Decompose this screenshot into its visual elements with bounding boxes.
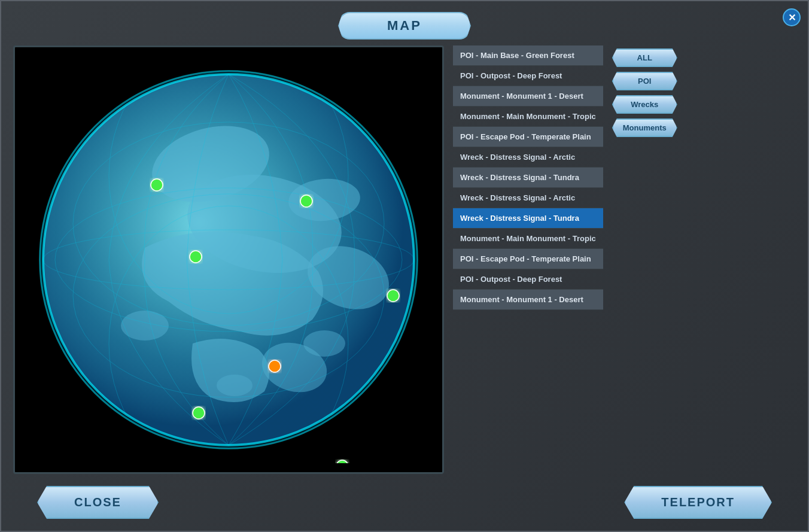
filter-btn-all[interactable]: ALL xyxy=(612,48,677,67)
svg-point-9 xyxy=(303,330,345,357)
list-item[interactable]: POI - Main Base - Green Forest xyxy=(453,45,603,66)
list-item[interactable]: Monument - Monument 1 - Desert xyxy=(453,86,603,107)
filter-btn-poi[interactable]: POI xyxy=(612,72,677,90)
svg-point-10 xyxy=(121,311,169,341)
map-marker-3[interactable] xyxy=(387,290,399,302)
map-marker-5[interactable] xyxy=(193,407,205,419)
filter-btn-wrecks[interactable]: Wrecks xyxy=(612,95,677,114)
globe-svg xyxy=(25,56,432,463)
list-item[interactable]: Wreck - Distress Signal - Arctic xyxy=(453,147,603,168)
main-container: ✕ MAP xyxy=(0,0,809,532)
globe-container xyxy=(13,45,444,474)
filter-buttons: ALLPOIWrecksMonuments xyxy=(609,45,677,474)
list-item[interactable]: Monument - Main Monument - Tropic xyxy=(453,229,603,249)
teleport-button[interactable]: TELEPORT xyxy=(624,486,772,519)
location-list-area: POI - Main Base - Green ForestPOI - Outp… xyxy=(453,45,603,452)
list-item[interactable]: Monument - Monument 1 - Desert xyxy=(453,290,603,310)
list-item[interactable]: POI - Escape Pod - Temperate Plain xyxy=(453,127,603,147)
list-item[interactable]: Monument - Main Monument - Tropic xyxy=(453,107,603,127)
list-scroll[interactable]: POI - Main Base - Green ForestPOI - Outp… xyxy=(453,45,603,452)
list-item[interactable]: Wreck - Distress Signal - Arctic xyxy=(453,188,603,208)
bottom-bar: CLOSE TELEPORT xyxy=(1,480,808,531)
list-item[interactable]: Wreck - Distress Signal - Tundra xyxy=(453,208,603,229)
close-x-button[interactable]: ✕ xyxy=(783,8,801,26)
right-panel: POI - Main Base - Green ForestPOI - Outp… xyxy=(453,45,677,474)
map-marker-6[interactable] xyxy=(336,460,348,463)
list-item[interactable]: POI - Escape Pod - Temperate Plain xyxy=(453,249,603,269)
list-item[interactable]: POI - Outpost - Deep Forest xyxy=(453,269,603,290)
content-area: POI - Main Base - Green ForestPOI - Outp… xyxy=(1,39,808,480)
close-button[interactable]: CLOSE xyxy=(37,486,159,519)
list-item[interactable]: POI - Outpost - Deep Forest xyxy=(453,66,603,86)
map-marker-4[interactable] xyxy=(269,360,281,372)
map-marker-0[interactable] xyxy=(151,179,163,191)
map-title: MAP xyxy=(338,12,471,39)
map-marker-2[interactable] xyxy=(190,251,202,263)
filter-btn-monuments[interactable]: Monuments xyxy=(612,118,677,137)
map-marker-1[interactable] xyxy=(300,195,312,207)
svg-point-8 xyxy=(217,375,253,396)
list-item[interactable]: Wreck - Distress Signal - Tundra xyxy=(453,168,603,188)
